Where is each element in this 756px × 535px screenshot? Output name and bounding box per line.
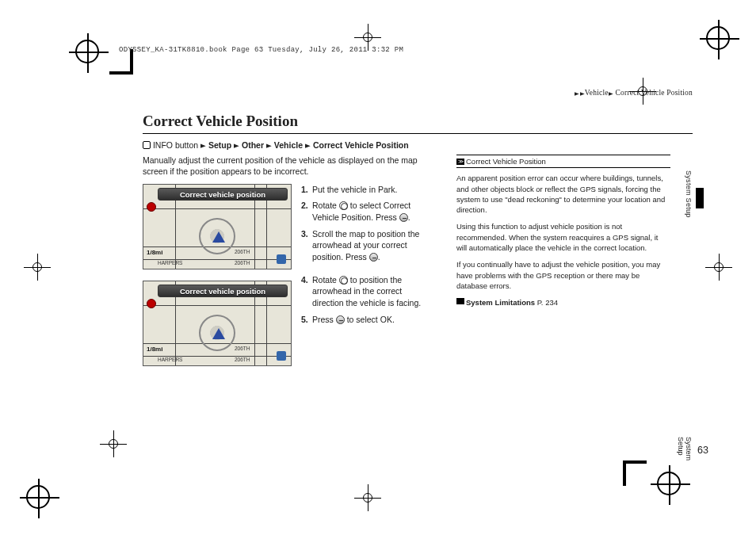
vehicle-arrowhead-icon bbox=[199, 315, 235, 351]
triangle-icon: ▶ bbox=[609, 90, 613, 96]
road-label: 206TH bbox=[235, 260, 250, 266]
registration-mark-br bbox=[653, 468, 685, 499]
map-scale: 1/8mi bbox=[147, 249, 162, 256]
info-glyph-icon: ≫ bbox=[456, 159, 464, 165]
enter-button-icon bbox=[399, 213, 408, 222]
step-item: 5. Press to select OK. bbox=[301, 314, 432, 326]
triangle-icon: ▶ bbox=[266, 143, 272, 149]
rotary-knob-icon bbox=[339, 276, 348, 285]
north-icon bbox=[147, 202, 156, 212]
road-label: HARPERS bbox=[158, 260, 182, 266]
map-screenshot-2: Correct vehicle position 1/8mi HARPERS 2… bbox=[143, 281, 292, 366]
intro-text: Manually adjust the current position of … bbox=[143, 155, 444, 177]
road-label: HARPERS bbox=[158, 357, 182, 362]
crosshair-mark bbox=[24, 254, 51, 281]
sidebar-title: ≫Correct Vehicle Position bbox=[456, 155, 670, 168]
section-tab: System Setup bbox=[685, 170, 693, 218]
step-item: 2. Rotate to select Correct Vehicle Posi… bbox=[301, 200, 432, 223]
steps-block-a: 1. Put the vehicle in Park. 2. Rotate to… bbox=[301, 184, 432, 263]
breadcrumb: ▶▶Vehicle▶ Correct Vehicle Position bbox=[575, 89, 693, 97]
nav-path: INFO button ▶ Setup ▶ Other ▶ Vehicle ▶ … bbox=[143, 140, 693, 150]
triangle-icon: ▶ bbox=[305, 143, 311, 149]
map-scale: 1/8mi bbox=[147, 346, 162, 353]
registration-mark-tl bbox=[71, 36, 103, 67]
crosshair-mark bbox=[354, 484, 381, 511]
tab-marker-icon bbox=[696, 188, 704, 208]
vehicle-arrowhead-icon bbox=[199, 218, 235, 254]
crosshair-mark bbox=[100, 430, 127, 457]
crop-mark bbox=[623, 460, 626, 486]
step-item: 1. Put the vehicle in Park. bbox=[301, 184, 432, 196]
page-title: Correct Vehicle Position bbox=[143, 113, 693, 130]
screenshot-banner: Correct vehicle position bbox=[158, 188, 288, 201]
enter-button-icon bbox=[336, 315, 345, 324]
cross-reference: System Limitations P. 234 bbox=[456, 297, 670, 308]
sidebar-paragraph: An apparent position error can occur whe… bbox=[456, 173, 670, 215]
steps-block-b: 4. Rotate to position the arrowhead in t… bbox=[301, 274, 432, 326]
map-screenshot-1: Correct vehicle position 1/8mi HARPERS 2… bbox=[143, 184, 292, 269]
divider bbox=[143, 133, 693, 134]
file-header: ODYSSEY_KA-31TK8810.book Page 63 Tuesday… bbox=[119, 46, 403, 54]
enter-button-icon bbox=[369, 253, 378, 262]
screenshot-banner: Correct vehicle position bbox=[158, 285, 288, 297]
step-item: 4. Rotate to position the arrowhead in t… bbox=[301, 274, 432, 309]
rotary-knob-icon bbox=[339, 201, 348, 210]
triangle-icon: ▶ bbox=[234, 143, 239, 149]
north-icon bbox=[147, 299, 156, 308]
sidebar-paragraph: Using this function to adjust vehicle po… bbox=[456, 221, 670, 253]
registration-mark-bl bbox=[22, 481, 54, 513]
poi-icon bbox=[277, 254, 286, 264]
xref-icon bbox=[456, 298, 464, 304]
page-number: 63 bbox=[697, 445, 708, 456]
registration-mark-tr bbox=[702, 22, 734, 54]
sidebar-paragraph: If you continually have to adjust the ve… bbox=[456, 259, 670, 291]
section-tab-lower: System Setup bbox=[677, 437, 693, 460]
triangle-icon: ▶▶ bbox=[575, 90, 584, 96]
crop-mark bbox=[623, 460, 647, 464]
road-label: 206TH bbox=[235, 346, 250, 351]
poi-icon bbox=[277, 351, 286, 361]
info-button-icon bbox=[143, 141, 151, 149]
step-item: 3. Scroll the map to position the arrowh… bbox=[301, 228, 432, 263]
road-label: 206TH bbox=[235, 249, 250, 254]
sidebar: ≫Correct Vehicle Position An apparent po… bbox=[456, 155, 670, 376]
triangle-icon: ▶ bbox=[200, 143, 206, 149]
crosshair-mark bbox=[705, 254, 732, 281]
road-label: 206TH bbox=[235, 357, 250, 362]
